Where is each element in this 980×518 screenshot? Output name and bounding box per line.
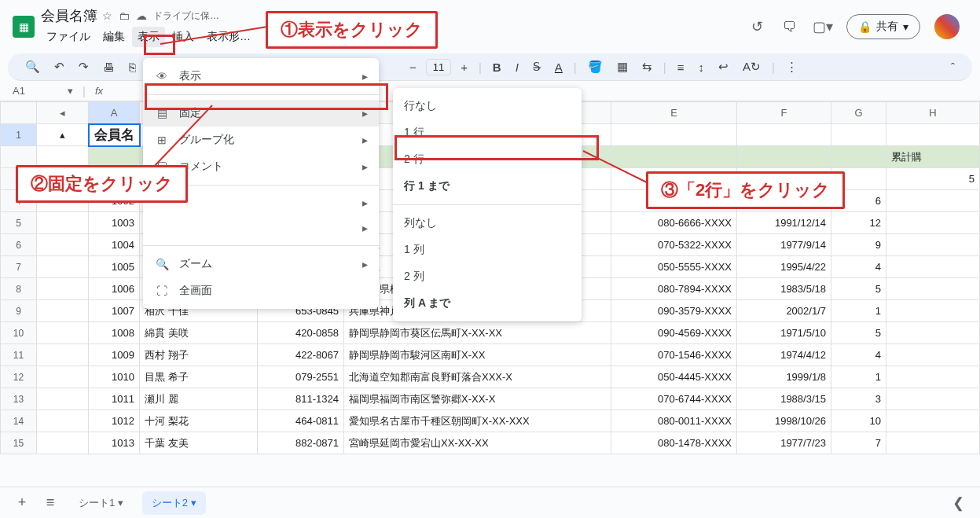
cell[interactable]: 070-6744-XXXX [611, 388, 737, 410]
cell[interactable]: 綿貫 美咲 [140, 322, 258, 344]
cell[interactable]: 10 [831, 410, 886, 432]
col-header[interactable]: H [886, 102, 980, 124]
cell[interactable]: 1008 [89, 322, 140, 344]
sheet-tab[interactable]: シート1 ▾ [69, 491, 133, 515]
cell[interactable]: 070-5322-XXXX [611, 234, 737, 256]
cell[interactable]: 十河 梨花 [140, 410, 258, 432]
plus-icon[interactable]: + [456, 57, 472, 77]
cell[interactable]: 静岡県静岡市葵区伝馬町X-XX-XX [344, 322, 611, 344]
row-caret[interactable]: ▴ [37, 124, 89, 146]
fill-color-icon[interactable]: 🪣 [583, 57, 607, 77]
print-icon[interactable]: 🖶 [98, 57, 119, 77]
cell[interactable]: 090-3579-XXXX [611, 300, 737, 322]
cell[interactable]: 090-4569-XXXX [611, 322, 737, 344]
cell[interactable]: 1999/1/8 [737, 366, 831, 388]
cell[interactable]: 12 [831, 212, 886, 234]
menu-hidden2[interactable]: ▸ [143, 215, 379, 241]
row-header[interactable]: 15 [1, 432, 37, 454]
cell[interactable]: 1995/4/22 [737, 256, 831, 278]
cell[interactable]: 464-0811 [258, 410, 344, 432]
cell[interactable]: 静岡県静岡市駿河区南町X-XX [344, 344, 611, 366]
freeze-no-rows[interactable]: 行なし [393, 93, 582, 119]
name-box-chevron-icon[interactable]: ▾ [68, 85, 73, 97]
cell[interactable]: 1 [831, 300, 886, 322]
menu-format[interactable]: 表示形… [201, 27, 256, 47]
cell[interactable]: 1988/3/15 [737, 388, 831, 410]
cell[interactable]: 7 [831, 432, 886, 454]
select-all[interactable] [1, 102, 37, 124]
cell[interactable]: 目黒 希子 [140, 366, 258, 388]
row-header[interactable]: 10 [1, 322, 37, 344]
row-header[interactable]: 6 [1, 234, 37, 256]
col-caret[interactable]: ◂ [37, 102, 89, 124]
doc-title[interactable]: 会員名簿 [41, 6, 97, 25]
col-header[interactable]: A [89, 102, 140, 124]
cell[interactable]: 1 [831, 366, 886, 388]
share-button[interactable]: 🔒 共有 ▾ [846, 14, 920, 39]
name-box[interactable]: A1 [13, 85, 60, 97]
cell[interactable]: 5 [831, 322, 886, 344]
menu-insert[interactable]: 挿入 [167, 27, 200, 47]
row-header[interactable]: 9 [1, 300, 37, 322]
wrap-icon[interactable]: ↩ [714, 57, 733, 77]
row-header[interactable]: 11 [1, 344, 37, 366]
cell[interactable]: 千葉 友美 [140, 432, 258, 454]
cell[interactable]: 瀬川 麗 [140, 388, 258, 410]
borders-icon[interactable]: ▦ [612, 57, 633, 77]
cell[interactable]: 1004 [89, 234, 140, 256]
cell[interactable]: 080-7894-XXXX [611, 278, 737, 300]
cell[interactable]: 1983/5/18 [737, 278, 831, 300]
freeze-2-cols[interactable]: 2 列 [393, 263, 582, 290]
cell[interactable]: 1977/7/23 [737, 432, 831, 454]
menu-fullscreen[interactable]: ⛶全画面 [143, 277, 379, 304]
halign-icon[interactable]: ≡ [673, 57, 689, 77]
cell[interactable]: 愛知県名古屋市千種区朝岡町X-XX-XXX [344, 410, 611, 432]
cell[interactable]: 420-0858 [258, 322, 344, 344]
col-header[interactable]: G [831, 102, 886, 124]
cell[interactable]: 1012 [89, 410, 140, 432]
menu-show[interactable]: 👁表示▸ [143, 63, 379, 90]
cell[interactable]: 4 [831, 344, 886, 366]
meet-icon[interactable]: ▢▾ [813, 17, 832, 36]
cell[interactable]: 079-2551 [258, 366, 344, 388]
all-sheets-icon[interactable]: ≡ [41, 494, 60, 512]
font-size-input[interactable]: 11 [426, 59, 451, 75]
star-icon[interactable]: ☆ [102, 9, 112, 23]
redo-icon[interactable]: ↷ [74, 57, 94, 77]
menu-file[interactable]: ファイル [41, 27, 96, 47]
merge-icon[interactable]: ⇆ [637, 57, 657, 77]
row-header[interactable]: 12 [1, 366, 37, 388]
italic-icon[interactable]: I [511, 57, 523, 77]
account-avatar[interactable] [934, 14, 960, 39]
cell[interactable]: 9 [831, 234, 886, 256]
row-header[interactable]: 8 [1, 278, 37, 300]
row-header[interactable]: 7 [1, 256, 37, 278]
freeze-2-rows[interactable]: 2 行 [393, 146, 582, 173]
more-icon[interactable]: ⋮ [781, 57, 802, 77]
col-header[interactable]: F [737, 102, 831, 124]
cell[interactable]: 050-5555-XXXX [611, 256, 737, 278]
menu-zoom[interactable]: 🔍ズーム▸ [143, 251, 379, 277]
freeze-up-to-row[interactable]: 行 1 まで [393, 173, 582, 200]
cell[interactable]: 西村 翔子 [140, 344, 258, 366]
add-sheet-icon[interactable]: + [13, 494, 31, 512]
cell[interactable]: 1991/12/14 [737, 212, 831, 234]
freeze-up-to-col[interactable]: 列 A まで [393, 290, 582, 317]
menu-edit[interactable]: 編集 [97, 27, 130, 47]
comment-icon[interactable]: 🗨 [780, 17, 799, 36]
cell[interactable]: 1011 [89, 388, 140, 410]
cell[interactable]: 1998/10/26 [737, 410, 831, 432]
cloud-icon[interactable]: ☁ [136, 9, 147, 23]
cell[interactable]: 会員名 [89, 124, 140, 146]
cell[interactable]: 1009 [89, 344, 140, 366]
cell[interactable]: 1005 [89, 256, 140, 278]
cell[interactable]: 070-1546-XXXX [611, 344, 737, 366]
col-header[interactable]: E [611, 102, 737, 124]
cell[interactable]: 宮崎県延岡市愛宕山XX-XX-XX [344, 432, 611, 454]
cell[interactable]: 1007 [89, 300, 140, 322]
cell[interactable]: 3 [831, 388, 886, 410]
move-icon[interactable]: 🗀 [119, 9, 130, 23]
menu-group[interactable]: ⊞グループ化▸ [143, 127, 379, 153]
freeze-1-row[interactable]: 1 行 [393, 119, 582, 146]
cell[interactable]: 北海道空知郡南富良野町落合XXX-X [344, 366, 611, 388]
